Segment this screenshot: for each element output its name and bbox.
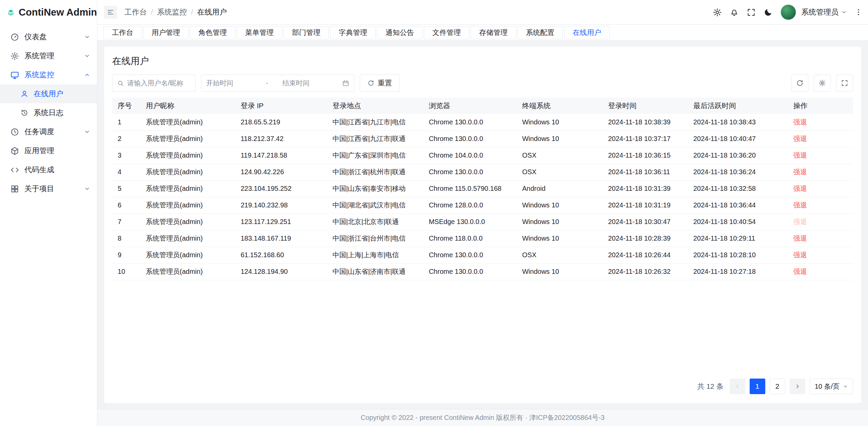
tab-file-mgmt[interactable]: 文件管理 [424, 26, 469, 39]
cell-browser: MSEdge 130.0.0.0 [423, 214, 517, 230]
force-logout-link[interactable]: 强退 [793, 118, 807, 126]
cell-os: OSX [517, 164, 603, 180]
force-logout-link[interactable]: 强退 [793, 201, 807, 209]
chevron-left-icon [734, 383, 741, 389]
sidebar-item-dashboard[interactable]: 仪表盘 [0, 27, 97, 46]
date-range-picker[interactable]: 开始时间 - 结束时间 [201, 75, 354, 92]
tab-menu-mgmt[interactable]: 菜单管理 [237, 26, 282, 39]
sidebar-item-system-logs[interactable]: 系统日志 [0, 103, 97, 122]
table-settings-button[interactable] [814, 75, 831, 92]
more-vertical-icon[interactable] [854, 8, 863, 16]
cell-action: 强退 [788, 247, 853, 263]
cell-browser: Chrome 130.0.0.0 [423, 130, 517, 147]
force-logout-link[interactable]: 强退 [793, 151, 807, 159]
brand-logo-icon [7, 6, 14, 19]
cell-ip: 219.140.232.98 [235, 197, 327, 214]
next-page-button[interactable] [790, 379, 805, 394]
force-logout-link[interactable]: 强退 [793, 251, 807, 259]
tab-dept-mgmt[interactable]: 部门管理 [283, 26, 329, 39]
gear-icon [10, 52, 19, 61]
cell-location: 中国|山东省|泰安市|移动 [327, 180, 423, 197]
force-logout-link[interactable]: 强退 [793, 268, 807, 275]
refresh-icon [796, 79, 804, 87]
tab-workbench[interactable]: 工作台 [103, 26, 142, 39]
search-box [112, 75, 196, 92]
sidebar-item-system-management[interactable]: 系统管理 [0, 46, 97, 65]
cell-index: 7 [112, 214, 140, 230]
tab-user-mgmt[interactable]: 用户管理 [143, 26, 189, 39]
force-logout-link[interactable]: 强退 [793, 235, 807, 242]
table-row: 7系统管理员(admin)123.117.129.251中国|北京|北京市|联通… [112, 214, 853, 230]
force-logout-link[interactable]: 强退 [793, 135, 807, 142]
reset-button[interactable]: 重置 [360, 75, 400, 92]
table-row: 2系统管理员(admin)118.212.37.42中国|江西省|九江市|联通C… [112, 130, 853, 147]
grid-icon [10, 184, 19, 194]
sidebar-item-app-management[interactable]: 应用管理 [0, 141, 97, 160]
fullscreen-icon[interactable] [747, 8, 756, 17]
cell-login-time: 2024-11-18 10:28:39 [603, 230, 688, 247]
sidebar-item-about-project[interactable]: 关于项目 [0, 179, 97, 198]
table-row: 6系统管理员(admin)219.140.232.98中国|湖北省|武汉市|电信… [112, 197, 853, 214]
sidebar-item-code-generation[interactable]: 代码生成 [0, 160, 97, 179]
cell-login-time: 2024-11-18 10:36:11 [603, 164, 688, 180]
cell-browser: Chrome 128.0.0.0 [423, 197, 517, 214]
col-index: 序号 [112, 98, 140, 114]
tab-storage-mgmt[interactable]: 存储管理 [471, 26, 516, 39]
force-logout-link[interactable]: 强退 [793, 168, 807, 176]
col-os: 终端系统 [517, 98, 603, 114]
sidebar-menu: 仪表盘 系统管理 系统监控 在线用户 系统日志 [0, 25, 97, 198]
col-last-active: 最后活跃时间 [688, 98, 788, 114]
settings-icon[interactable] [713, 8, 722, 17]
page-size-value: 10 条/页 [815, 382, 840, 391]
bell-icon[interactable] [730, 8, 739, 17]
cell-location: 中国|浙江省|杭州市|联通 [327, 164, 423, 180]
cell-index: 1 [112, 114, 140, 130]
table-refresh-button[interactable] [791, 75, 808, 92]
page-button-1[interactable]: 1 [750, 379, 765, 394]
breadcrumb-item[interactable]: 工作台 [124, 7, 147, 17]
table-fullscreen-button[interactable] [836, 75, 853, 92]
search-input[interactable] [127, 79, 191, 87]
tab-notice[interactable]: 通知公告 [377, 26, 422, 39]
force-logout-link[interactable]: 强退 [793, 185, 807, 192]
sidebar-item-label: 应用管理 [24, 146, 54, 156]
online-users-card: 在线用户 开始时间 - 结束时间 重置 [104, 47, 861, 403]
col-location: 登录地点 [327, 98, 423, 114]
cell-nickname: 系统管理员(admin) [140, 247, 235, 263]
prev-page-button[interactable] [730, 379, 745, 394]
cell-os: Windows 10 [517, 263, 603, 280]
cell-os: Windows 10 [517, 197, 603, 214]
sidebar-collapse-button[interactable] [104, 6, 117, 19]
tab-dict-mgmt[interactable]: 字典管理 [330, 26, 376, 39]
cell-index: 3 [112, 147, 140, 164]
cell-os: Windows 10 [517, 230, 603, 247]
sidebar-item-online-users[interactable]: 在线用户 [0, 84, 97, 103]
search-icon [117, 80, 124, 87]
sidebar-item-label: 在线用户 [34, 89, 63, 99]
page-button-2[interactable]: 2 [770, 379, 785, 394]
chevron-down-icon [841, 9, 847, 15]
sidebar-submenu-system-monitor: 在线用户 系统日志 [0, 84, 97, 122]
tab-role-mgmt[interactable]: 角色管理 [190, 26, 235, 39]
user-name: 系统管理员 [801, 7, 839, 17]
chevron-down-icon [84, 129, 90, 135]
refresh-icon [368, 80, 374, 86]
user-menu[interactable]: 系统管理员 [801, 7, 847, 17]
tab-system-config[interactable]: 系统配置 [517, 26, 563, 39]
cell-last-active: 2024-11-18 10:36:20 [688, 147, 788, 164]
sidebar-item-label: 任务调度 [24, 127, 54, 137]
sidebar-item-system-monitor[interactable]: 系统监控 [0, 65, 97, 84]
sidebar-item-label: 系统日志 [34, 108, 63, 118]
cell-os: Windows 10 [517, 114, 603, 130]
breadcrumb-item[interactable]: 系统监控 [157, 7, 187, 17]
avatar[interactable] [781, 4, 796, 20]
page-size-select[interactable]: 10 条/页 [810, 379, 853, 394]
table-row: 8系统管理员(admin)183.148.167.119中国|浙江省|台州市|电… [112, 230, 853, 247]
cell-location: 中国|湖北省|武汉市|电信 [327, 197, 423, 214]
force-logout-link[interactable]: 强退 [793, 218, 807, 225]
cell-ip: 119.147.218.58 [235, 147, 327, 164]
app-logo[interactable]: ContiNew Admin [0, 0, 97, 25]
tab-online-user[interactable]: 在线用户 [564, 26, 610, 39]
sidebar-item-task-scheduling[interactable]: 任务调度 [0, 122, 97, 141]
moon-icon[interactable] [764, 8, 773, 17]
